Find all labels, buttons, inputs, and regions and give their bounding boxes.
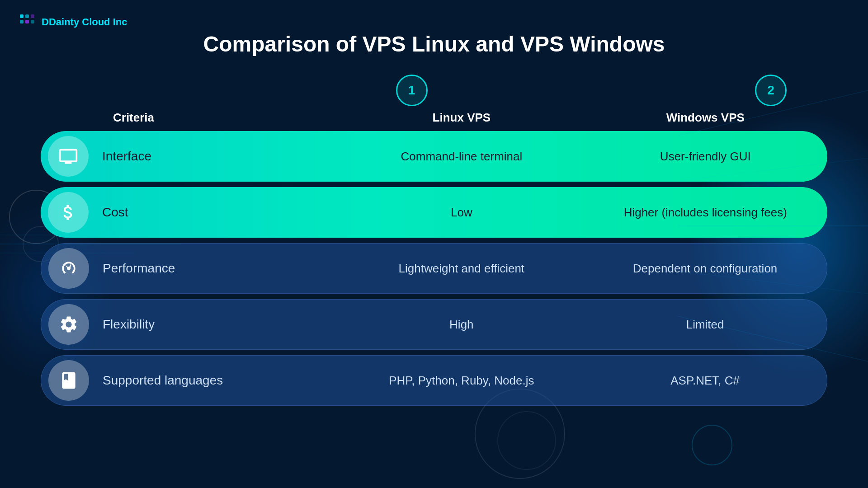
linux-badge: 1 <box>396 75 428 106</box>
tv-icon <box>58 146 78 166</box>
svg-rect-4 <box>31 14 34 18</box>
linux-cost: Low <box>340 206 583 220</box>
svg-rect-2 <box>20 20 24 23</box>
gauge-icon <box>59 258 79 278</box>
linux-interface: Command-line terminal <box>340 150 583 164</box>
windows-flexibility: Limited <box>583 318 827 332</box>
linux-languages: PHP, Python, Ruby, Node.js <box>340 374 583 388</box>
linux-performance: Lightweight and efficient <box>340 262 583 276</box>
row-flexibility: Flexibility High Limited <box>41 299 827 350</box>
svg-rect-0 <box>20 14 24 18</box>
windows-languages: ASP.NET, C# <box>583 374 827 388</box>
svg-rect-1 <box>25 14 29 18</box>
icon-circle-languages <box>48 360 89 401</box>
criteria-performance: Performance <box>89 261 340 276</box>
comparison-table: 1 2 Criteria Linux VPS Windows VPS Inter… <box>41 70 827 461</box>
windows-performance: Dependent on configuration <box>583 262 827 276</box>
windows-cost: Higher (includes licensing fees) <box>584 206 827 220</box>
criteria-interface: Interface <box>89 149 340 164</box>
svg-rect-5 <box>31 20 34 23</box>
icon-circle-cost <box>48 192 89 233</box>
page-title: Comparison of VPS Linux and VPS Windows <box>0 32 868 56</box>
linux-header: Linux VPS <box>340 111 583 125</box>
criteria-header: Criteria <box>41 111 340 125</box>
column-headers: Criteria Linux VPS Windows VPS <box>41 111 827 125</box>
criteria-flexibility: Flexibility <box>89 317 340 332</box>
row-performance: Performance Lightweight and efficient De… <box>41 243 827 294</box>
windows-interface: User-friendly GUI <box>584 150 827 164</box>
row-languages: Supported languages PHP, Python, Ruby, N… <box>41 355 827 406</box>
windows-header: Windows VPS <box>584 111 827 125</box>
icon-circle-interface <box>48 136 89 177</box>
linux-flexibility: High <box>340 318 583 332</box>
gear-icon <box>59 314 79 334</box>
dollar-icon <box>58 202 78 222</box>
logo-icon <box>18 13 37 32</box>
logo-d: D <box>42 16 49 28</box>
windows-badge: 2 <box>755 75 787 106</box>
table-rows: Interface Command-line terminal User-fri… <box>41 131 827 406</box>
criteria-cost: Cost <box>89 205 340 220</box>
row-interface: Interface Command-line terminal User-fri… <box>41 131 827 182</box>
logo-text: DDainty Cloud Inc <box>42 16 127 28</box>
icon-circle-flexibility <box>48 304 89 345</box>
book-icon <box>59 371 79 390</box>
icon-circle-performance <box>48 248 89 289</box>
svg-rect-3 <box>25 20 29 23</box>
logo: DDainty Cloud Inc <box>18 13 127 32</box>
row-cost: Cost Low Higher (includes licensing fees… <box>41 187 827 238</box>
criteria-languages: Supported languages <box>89 373 340 388</box>
